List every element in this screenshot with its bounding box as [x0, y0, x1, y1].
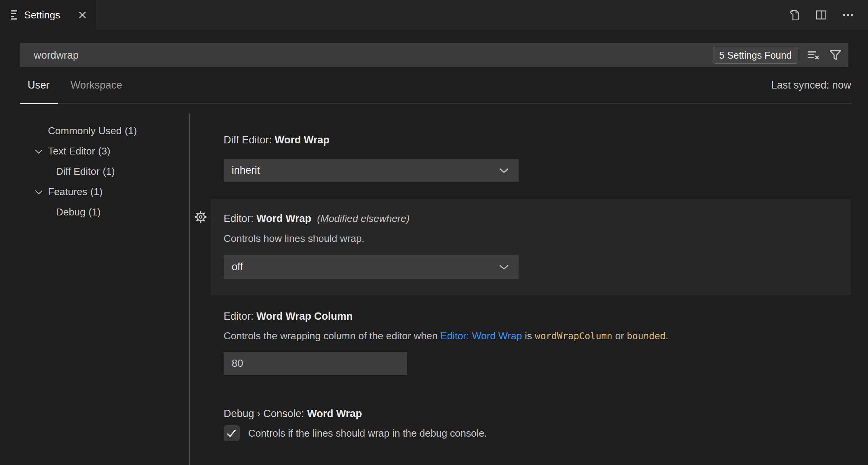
setting-name: Word Wrap [275, 134, 329, 146]
tab-workspace[interactable]: Workspace [71, 79, 122, 91]
active-tab-underline [20, 103, 58, 104]
settings-count-badge: 5 Settings Found [713, 47, 798, 64]
word-wrap-column-input[interactable] [224, 352, 407, 375]
chevron-down-icon [499, 265, 509, 270]
open-settings-json-icon[interactable] [787, 8, 801, 22]
modified-elsewhere-hint: (Modified elsewhere) [317, 213, 410, 224]
setting-name: Word Wrap [307, 408, 362, 419]
toc-label: Commonly Used [48, 125, 122, 137]
setting-description: Controls how lines should wrap. [224, 233, 851, 244]
setting-diff-editor-word-wrap: Diff Editor: Word Wrap inherit [211, 134, 851, 182]
toc-count: (3) [98, 145, 110, 157]
toc-count: (1) [103, 166, 115, 177]
setting-editor-word-wrap: Editor: Word Wrap(Modified elsewhere) Co… [211, 199, 851, 295]
description-text: or [613, 330, 627, 342]
setting-title: Diff Editor: Word Wrap [224, 134, 851, 146]
setting-name: Word Wrap Column [257, 311, 353, 322]
toc-count: (1) [91, 186, 103, 198]
settings-list: Diff Editor: Word Wrap inherit Editor: W… [211, 115, 851, 441]
settings-list-icon [11, 10, 18, 20]
toc-item-diff-editor[interactable]: Diff Editor (1) [20, 161, 187, 182]
description-text: Controls the wrapping column of the edit… [224, 330, 440, 342]
description-text: is [522, 330, 535, 342]
diff-editor-word-wrap-dropdown[interactable]: inherit [224, 159, 519, 182]
toc-count: (1) [89, 206, 101, 218]
setting-name: Word Wrap [257, 213, 311, 224]
scope-tabs-row: User Workspace Last synced: now [20, 67, 851, 104]
checkmark-icon [224, 425, 240, 441]
setting-category: Diff Editor: [224, 134, 275, 146]
setting-category: Debug › Console: [224, 408, 307, 419]
toc-item-commonly-used[interactable]: Commonly Used (1) [20, 121, 187, 141]
toc-label: Diff Editor [56, 166, 100, 177]
toc-label: Debug [56, 206, 86, 218]
editor-tab-bar: Settings [0, 0, 868, 30]
code-span: wordWrapColumn [535, 331, 612, 342]
chevron-down-icon [499, 168, 509, 173]
toc-item-debug[interactable]: Debug (1) [20, 202, 187, 222]
settings-search-bar: 5 Settings Found [20, 43, 848, 67]
editor-word-wrap-dropdown[interactable]: off [224, 255, 519, 279]
search-controls: 5 Settings Found [713, 47, 848, 64]
dropdown-value: inherit [232, 164, 260, 176]
setting-title: Editor: Word Wrap(Modified elsewhere) [224, 213, 851, 224]
toc-item-features[interactable]: Features (1) [20, 182, 187, 202]
setting-description: Controls if the lines should wrap in the… [248, 427, 487, 439]
toc-resize-sash[interactable] [189, 113, 190, 465]
split-editor-icon[interactable] [814, 8, 828, 22]
editor-word-wrap-link[interactable]: Editor: Word Wrap [440, 330, 522, 342]
toc-label: Features [48, 186, 87, 198]
search-input[interactable] [20, 49, 713, 61]
checkbox-row: Controls if the lines should wrap in the… [224, 425, 851, 441]
tab-settings[interactable]: Settings [0, 0, 96, 30]
code-span: bounded [627, 331, 665, 342]
setting-title: Debug › Console: Word Wrap [224, 408, 851, 419]
setting-category: Editor: [224, 213, 257, 224]
chevron-down-icon [34, 189, 44, 195]
last-synced-label: Last synced: now [771, 79, 851, 91]
setting-title: Editor: Word Wrap Column [224, 311, 851, 322]
close-icon[interactable] [77, 10, 87, 20]
tab-user[interactable]: User [28, 79, 49, 91]
filter-icon[interactable] [828, 48, 843, 62]
gear-icon[interactable] [193, 210, 208, 224]
setting-description: Controls the wrapping column of the edit… [224, 330, 851, 342]
toc-count: (1) [125, 125, 137, 137]
clear-search-results-icon[interactable] [806, 48, 820, 62]
settings-toc: Commonly Used (1) Text Editor (3) Diff E… [20, 121, 187, 222]
dropdown-value: off [232, 261, 243, 273]
setting-debug-console-word-wrap: Debug › Console: Word Wrap Controls if t… [211, 408, 851, 441]
editor-actions [787, 0, 868, 30]
setting-category: Editor: [224, 311, 257, 322]
toc-item-text-editor[interactable]: Text Editor (3) [20, 141, 187, 161]
chevron-down-icon [34, 148, 44, 154]
description-text: . [665, 330, 668, 342]
more-actions-icon[interactable] [841, 8, 855, 22]
debug-console-word-wrap-checkbox[interactable] [224, 425, 240, 441]
setting-editor-word-wrap-column: Editor: Word Wrap Column Controls the wr… [211, 311, 851, 375]
tab-title: Settings [24, 9, 60, 21]
toc-label: Text Editor [48, 145, 95, 157]
